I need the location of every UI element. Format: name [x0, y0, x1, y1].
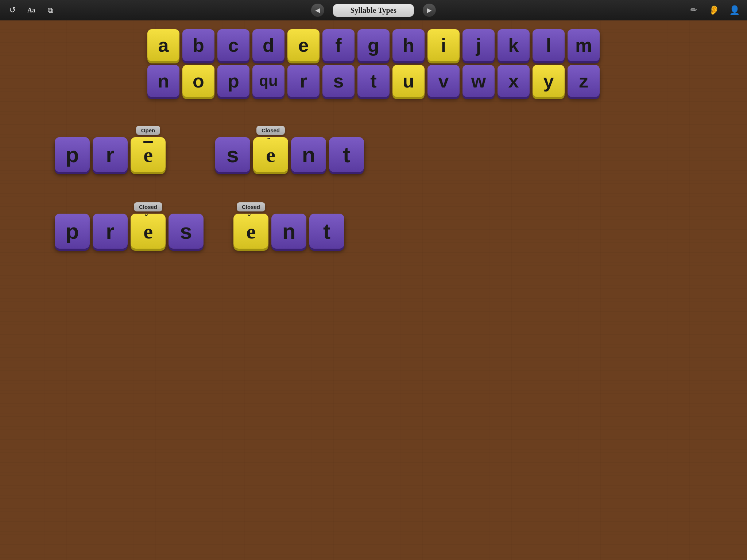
tile-t-ent-work[interactable]: t: [309, 214, 344, 249]
tile-x[interactable]: x: [498, 65, 498, 97]
word-group-sent: s Closed e ̆ n t: [215, 126, 364, 172]
tile-p-work[interactable]: p: [55, 137, 90, 172]
tile-v[interactable]: v: [427, 65, 460, 97]
tile-k[interactable]: k: [498, 29, 498, 61]
tile-s-pres-work[interactable]: s: [169, 214, 204, 249]
tile-n[interactable]: n: [147, 65, 179, 97]
tile-n-ent-work[interactable]: n: [271, 214, 306, 249]
word-group-pres: p r Closed e ̆ s: [55, 202, 204, 249]
tile-e-closed-ent-work[interactable]: Closed e ̆: [233, 202, 268, 249]
tile-c[interactable]: c: [217, 29, 249, 61]
tile-s[interactable]: s: [322, 65, 355, 97]
closed-label-pres: Closed: [134, 202, 162, 211]
tile-r-pres-work[interactable]: r: [93, 214, 128, 249]
tile-e[interactable]: e: [287, 29, 320, 61]
tile-p[interactable]: p: [217, 65, 249, 97]
tile-j[interactable]: j: [462, 29, 495, 61]
refresh-icon[interactable]: ↺: [6, 4, 19, 17]
forward-button[interactable]: ▶: [423, 4, 436, 17]
tile-a[interactable]: a: [147, 29, 179, 61]
tile-r[interactable]: r: [287, 65, 320, 97]
word-group-pre: p r Open e: [55, 126, 166, 172]
tile-u[interactable]: u: [392, 65, 425, 97]
tile-n-sent-work[interactable]: n: [291, 137, 326, 172]
closed-label-sent: Closed: [256, 126, 285, 135]
tile-t-sent-work[interactable]: t: [329, 137, 364, 172]
top-bar-center: ◀ Syllable Types ▶: [311, 4, 436, 17]
tile-f[interactable]: f: [322, 29, 355, 61]
top-bar-left: ↺ Aa ⧉: [6, 4, 57, 17]
tile-e-closed-pres-work[interactable]: Closed e ̆: [131, 202, 166, 249]
font-icon[interactable]: Aa: [25, 4, 38, 17]
tile-s-sent-work[interactable]: s: [215, 137, 250, 172]
tile-b[interactable]: b: [182, 29, 214, 61]
work-area: p r Open e s Closed e ̆ n: [0, 108, 498, 373]
tile-w[interactable]: w: [462, 65, 495, 97]
keyboard-row-1: a b c d e f g h i j k l m: [7, 29, 498, 61]
layers-icon[interactable]: ⧉: [44, 4, 57, 17]
tile-t[interactable]: t: [357, 65, 390, 97]
back-button[interactable]: ◀: [311, 4, 324, 17]
keyboard-section: a b c d e f g h i j k l m n o p qu r s t…: [0, 26, 498, 101]
tile-g[interactable]: g: [357, 29, 390, 61]
tile-e-closed-sent-work[interactable]: Closed e ̆: [253, 126, 288, 172]
tile-e-open-work[interactable]: Open e: [131, 126, 166, 172]
tile-d[interactable]: d: [252, 29, 285, 61]
tile-o[interactable]: o: [182, 65, 214, 97]
closed-label-ent: Closed: [237, 202, 265, 211]
tile-r-work[interactable]: r: [93, 137, 128, 172]
word-group-ent: Closed e ̆ n t: [233, 202, 344, 249]
page-title: Syllable Types: [333, 4, 414, 17]
top-bar: ↺ Aa ⧉ ◀ Syllable Types ▶ ✏ 👂 👤: [0, 0, 498, 20]
tile-qu[interactable]: qu: [252, 65, 285, 97]
tile-i[interactable]: i: [427, 29, 460, 61]
tile-p-pres-work[interactable]: p: [55, 214, 90, 249]
tile-h[interactable]: h: [392, 29, 425, 61]
open-label: Open: [136, 126, 160, 135]
keyboard-row-2: n o p qu r s t u v w x y z: [7, 65, 498, 97]
